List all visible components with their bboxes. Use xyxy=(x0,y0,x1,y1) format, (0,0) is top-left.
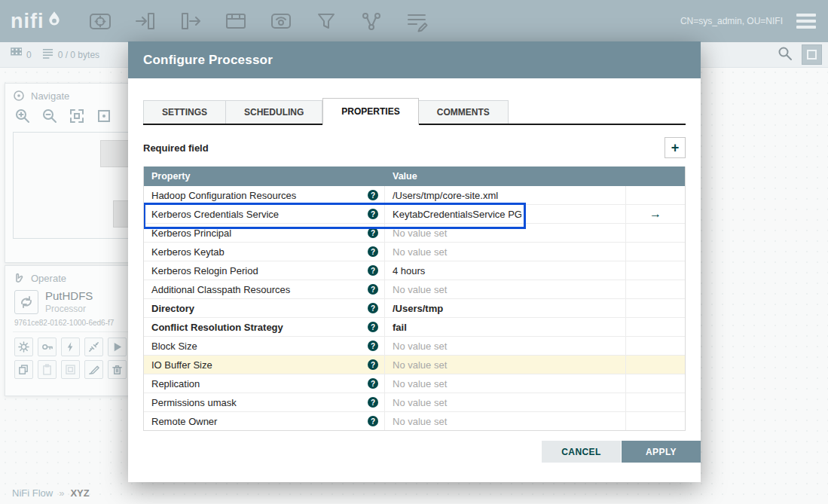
add-property-button[interactable]: + xyxy=(665,137,686,158)
cancel-button[interactable]: CANCEL xyxy=(542,441,621,463)
property-value[interactable]: No value set xyxy=(385,356,626,374)
property-action-cell xyxy=(626,412,685,430)
property-name-cell: Permissions umask ? xyxy=(144,393,385,411)
property-name-cell: Kerberos Credentials Service ? xyxy=(144,205,385,223)
help-icon[interactable]: ? xyxy=(368,397,378,408)
property-name-cell: Kerberos Principal ? xyxy=(144,224,385,242)
property-name: Directory xyxy=(151,303,194,314)
property-value[interactable]: fail xyxy=(385,318,626,336)
tab-scheduling[interactable]: SCHEDULING xyxy=(226,100,322,124)
property-action-cell xyxy=(626,186,685,204)
property-action-cell xyxy=(626,299,685,317)
help-icon[interactable]: ? xyxy=(368,284,378,295)
property-value[interactable]: No value set xyxy=(385,412,626,430)
property-name: Kerberos Relogin Period xyxy=(151,265,258,276)
property-action-cell: → xyxy=(626,205,685,223)
property-name: Hadoop Configuration Resources xyxy=(151,190,296,201)
property-name: Kerberos Credentials Service xyxy=(151,209,279,220)
property-value[interactable]: No value set xyxy=(385,224,626,242)
configure-processor-dialog: Configure Processor SETTINGS SCHEDULING … xyxy=(128,41,701,482)
properties-table-header: Property Value xyxy=(144,166,685,186)
property-action-cell xyxy=(626,318,685,336)
property-name-cell: Kerberos Keytab ? xyxy=(144,243,385,261)
property-name-cell: IO Buffer Size ? xyxy=(144,356,385,374)
property-value[interactable]: No value set xyxy=(385,393,626,411)
property-value[interactable]: No value set xyxy=(385,243,626,261)
help-icon[interactable]: ? xyxy=(368,416,378,426)
property-name-cell: Conflict Resolution Strategy ? xyxy=(144,318,385,336)
property-row[interactable]: Kerberos Principal ? No value set xyxy=(144,224,685,243)
property-name: Conflict Resolution Strategy xyxy=(151,322,283,333)
dialog-title: Configure Processor xyxy=(143,53,273,68)
property-value[interactable]: No value set xyxy=(385,374,626,393)
property-row[interactable]: Hadoop Configuration Resources ? /Users/… xyxy=(144,186,685,205)
tab-settings[interactable]: SETTINGS xyxy=(143,100,226,124)
property-row[interactable]: IO Buffer Size ? No value set xyxy=(144,356,685,374)
dialog-tabs: SETTINGS SCHEDULING PROPERTIES COMMENTS xyxy=(143,98,686,125)
property-name-cell: Hadoop Configuration Resources ? xyxy=(144,186,385,204)
property-row[interactable]: Remote Owner ? No value set xyxy=(144,412,685,431)
property-row[interactable]: Additional Classpath Resources ? No valu… xyxy=(144,280,685,299)
properties-table-rows: Hadoop Configuration Resources ? /Users/… xyxy=(144,186,685,431)
property-action-cell xyxy=(626,393,685,411)
property-name-cell: Replication ? xyxy=(144,374,385,393)
apply-button[interactable]: APPLY xyxy=(622,441,701,463)
help-icon[interactable]: ? xyxy=(368,228,378,238)
property-action-cell xyxy=(626,224,685,242)
property-row[interactable]: Kerberos Keytab ? No value set xyxy=(144,243,685,261)
property-row[interactable]: Replication ? No value set xyxy=(144,374,685,393)
help-icon[interactable]: ? xyxy=(368,246,378,257)
property-name-cell: Additional Classpath Resources ? xyxy=(144,280,385,298)
property-name-cell: Directory ? xyxy=(144,299,385,317)
property-value[interactable]: /Users/tmp xyxy=(385,299,626,317)
dialog-body: SETTINGS SCHEDULING PROPERTIES COMMENTS … xyxy=(128,98,701,431)
property-action-cell xyxy=(626,374,685,393)
dialog-footer: CANCEL APPLY xyxy=(542,441,701,463)
help-icon[interactable]: ? xyxy=(368,190,378,200)
property-value[interactable]: KeytabCredentialsService PG xyxy=(385,205,626,223)
required-field-row: Required field + xyxy=(143,137,686,158)
column-header-value: Value xyxy=(385,171,626,182)
property-row[interactable]: Directory ? /Users/tmp xyxy=(144,299,685,318)
dialog-header: Configure Processor xyxy=(128,41,701,78)
help-icon[interactable]: ? xyxy=(368,378,378,389)
property-value[interactable]: No value set xyxy=(385,337,626,355)
property-name-cell: Remote Owner ? xyxy=(144,412,385,430)
nifi-app: nifi xyxy=(0,0,828,504)
column-header-property: Property xyxy=(144,171,385,182)
required-field-label: Required field xyxy=(143,142,209,154)
property-action-cell xyxy=(626,243,685,261)
tab-properties[interactable]: PROPERTIES xyxy=(322,98,418,125)
property-name: Remote Owner xyxy=(151,416,217,427)
property-name: IO Buffer Size xyxy=(151,359,212,371)
property-name-cell: Kerberos Relogin Period ? xyxy=(144,261,385,279)
property-action-cell xyxy=(626,261,685,279)
help-icon[interactable]: ? xyxy=(368,341,378,351)
help-icon[interactable]: ? xyxy=(368,303,378,313)
property-value[interactable]: No value set xyxy=(385,280,626,298)
help-icon[interactable]: ? xyxy=(368,209,378,219)
property-action-cell xyxy=(626,356,685,374)
property-name: Kerberos Principal xyxy=(151,228,231,239)
property-name-cell: Block Size ? xyxy=(144,337,385,355)
help-icon[interactable]: ? xyxy=(368,322,378,332)
property-name: Block Size xyxy=(151,341,197,352)
go-to-service-icon[interactable]: → xyxy=(649,207,661,221)
property-name: Permissions umask xyxy=(151,397,237,408)
tab-comments[interactable]: COMMENTS xyxy=(419,100,509,124)
property-row[interactable]: Permissions umask ? No value set xyxy=(144,393,685,412)
properties-table: Property Value Hadoop Configuration Reso… xyxy=(143,166,686,431)
property-name: Additional Classpath Resources xyxy=(151,284,290,295)
property-name: Replication xyxy=(151,378,200,389)
property-value[interactable]: /Users/tmp/core-site.xml xyxy=(385,186,626,204)
help-icon[interactable]: ? xyxy=(368,265,378,276)
property-name: Kerberos Keytab xyxy=(151,246,225,258)
property-row[interactable]: Kerberos Credentials Service ? KeytabCre… xyxy=(144,205,685,224)
property-value[interactable]: 4 hours xyxy=(385,261,626,279)
property-row[interactable]: Block Size ? No value set xyxy=(144,337,685,356)
help-icon[interactable]: ? xyxy=(368,359,378,370)
property-row[interactable]: Conflict Resolution Strategy ? fail xyxy=(144,318,685,337)
property-action-cell xyxy=(626,337,685,355)
property-action-cell xyxy=(626,280,685,298)
property-row[interactable]: Kerberos Relogin Period ? 4 hours xyxy=(144,261,685,280)
